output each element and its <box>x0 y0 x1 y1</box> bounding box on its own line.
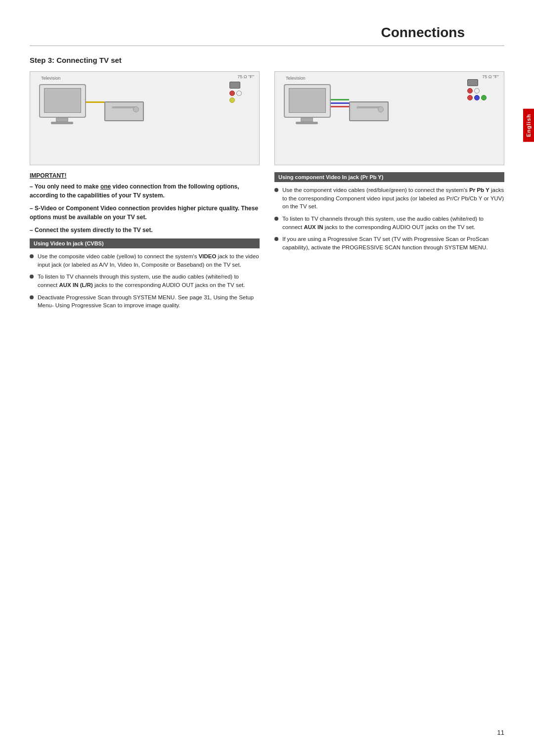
component-dot-2 <box>274 217 278 221</box>
bullet-dot-1 <box>30 254 34 258</box>
component-bullet-1-text: Use the component video cables (red/blue… <box>282 186 504 211</box>
component-bullet-list: Use the component video cables (red/blue… <box>274 186 504 252</box>
section-cvbs-bar: Using Video In jack (CVBS) <box>30 238 260 248</box>
important-label: IMPORTANT! <box>30 172 260 179</box>
cvbs-bullet-list: Use the composite video cable (yellow) t… <box>30 252 260 310</box>
section-component-bar: Using component Video In jack (Pr Pb Y) <box>274 172 504 182</box>
component-dot-1 <box>274 188 278 192</box>
left-column: 75 Ω "F" Television IMPORTANT! – You onl… <box>30 71 260 315</box>
important-line-2: – S-Video or Component Video connection … <box>30 204 260 222</box>
tv-illustration-component: 75 Ω "F" Television <box>275 72 504 165</box>
cvbs-bullet-3-text: Deactivate Progressive Scan through SYST… <box>38 293 260 310</box>
component-bullet-1: Use the component video cables (red/blue… <box>274 186 504 211</box>
page-title: Connections <box>30 0 504 46</box>
diagram-cvbs: 75 Ω "F" Television <box>30 71 260 165</box>
right-column: 75 Ω "F" Television Using component Vide… <box>274 71 504 315</box>
important-line-3: – Connect the system directly to the TV … <box>30 226 260 235</box>
language-tab: English <box>523 109 534 142</box>
component-bullet-2-text: To listen to TV channels through this sy… <box>282 215 504 231</box>
cvbs-bullet-2: To listen to TV channels through this sy… <box>30 273 260 289</box>
component-bullet-3: If you are using a Progressive Scan TV s… <box>274 235 504 251</box>
step-heading: Step 3: Connecting TV set <box>30 56 504 64</box>
cvbs-bullet-2-text: To listen to TV channels through this sy… <box>38 273 260 289</box>
cvbs-bullet-3: Deactivate Progressive Scan through SYST… <box>30 293 260 310</box>
tv-illustration-cvbs: 75 Ω "F" Television <box>30 72 259 165</box>
page-number: 11 <box>497 729 504 736</box>
component-bullet-2: To listen to TV channels through this sy… <box>274 215 504 231</box>
cvbs-bullet-1: Use the composite video cable (yellow) t… <box>30 252 260 269</box>
cvbs-bullet-1-text: Use the composite video cable (yellow) t… <box>38 252 260 269</box>
diagram-component: 75 Ω "F" Television <box>274 71 504 165</box>
bullet-dot-3 <box>30 295 34 299</box>
important-section: IMPORTANT! – You only need to make one v… <box>30 172 260 235</box>
two-column-layout: 75 Ω "F" Television IMPORTANT! – You onl… <box>30 71 504 315</box>
bullet-dot-2 <box>30 275 34 279</box>
component-bullet-3-text: If you are using a Progressive Scan TV s… <box>282 235 504 251</box>
main-content: Step 3: Connecting TV set <box>30 46 504 315</box>
important-line-1: – You only need to make one video connec… <box>30 182 260 200</box>
component-dot-3 <box>274 237 278 241</box>
